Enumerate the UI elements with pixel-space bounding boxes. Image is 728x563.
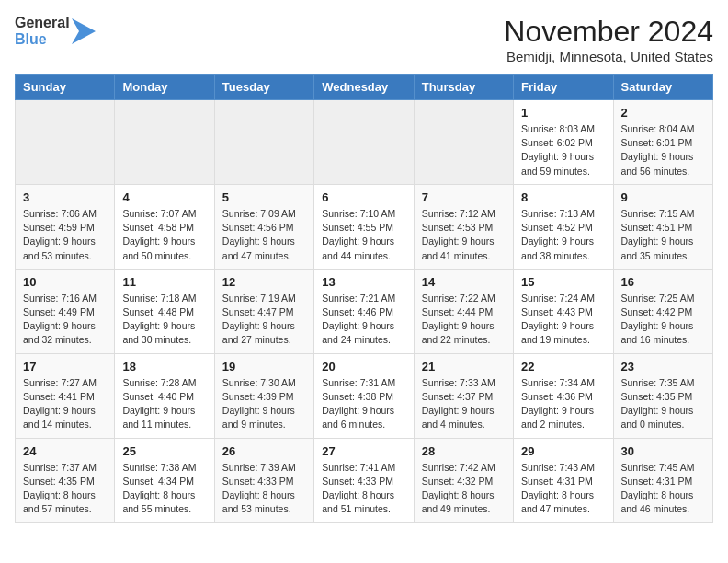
day-number: 7 (422, 190, 506, 204)
day-number: 24 (23, 444, 107, 458)
day-number: 21 (422, 360, 506, 373)
day-number: 17 (23, 360, 107, 373)
day-number: 8 (521, 190, 605, 204)
day-info: Sunrise: 7:45 AM Sunset: 4:31 PM Dayligh… (621, 461, 705, 517)
day-cell: 13Sunrise: 7:21 AM Sunset: 4:46 PM Dayli… (314, 269, 414, 353)
day-number: 19 (222, 360, 306, 373)
day-number: 23 (621, 360, 705, 373)
day-info: Sunrise: 7:37 AM Sunset: 4:35 PM Dayligh… (23, 461, 107, 517)
day-info: Sunrise: 7:34 AM Sunset: 4:36 PM Dayligh… (521, 376, 605, 432)
day-number: 28 (422, 444, 506, 458)
day-number: 15 (521, 275, 605, 289)
day-info: Sunrise: 7:19 AM Sunset: 4:47 PM Dayligh… (222, 292, 306, 348)
day-info: Sunrise: 7:27 AM Sunset: 4:41 PM Dayligh… (23, 376, 107, 432)
header-cell-saturday: Saturday (613, 75, 712, 100)
header-cell-tuesday: Tuesday (214, 75, 313, 100)
day-info: Sunrise: 7:09 AM Sunset: 4:56 PM Dayligh… (222, 207, 306, 263)
day-info: Sunrise: 7:07 AM Sunset: 4:58 PM Dayligh… (122, 207, 206, 263)
day-info: Sunrise: 7:24 AM Sunset: 4:43 PM Dayligh… (521, 292, 605, 348)
day-cell: 11Sunrise: 7:18 AM Sunset: 4:48 PM Dayli… (115, 269, 214, 353)
day-info: Sunrise: 7:12 AM Sunset: 4:53 PM Dayligh… (422, 207, 506, 263)
day-number: 3 (23, 190, 107, 204)
day-cell: 10Sunrise: 7:16 AM Sunset: 4:49 PM Dayli… (16, 269, 115, 353)
header-cell-monday: Monday (115, 75, 214, 100)
day-number: 30 (621, 444, 705, 458)
day-cell: 29Sunrise: 7:43 AM Sunset: 4:31 PM Dayli… (514, 438, 613, 523)
day-info: Sunrise: 7:10 AM Sunset: 4:55 PM Dayligh… (322, 207, 405, 263)
day-number: 16 (621, 275, 705, 289)
day-cell: 1Sunrise: 8:03 AM Sunset: 6:02 PM Daylig… (514, 100, 613, 185)
day-number: 13 (322, 275, 405, 289)
day-cell: 23Sunrise: 7:35 AM Sunset: 4:35 PM Dayli… (613, 353, 712, 438)
day-info: Sunrise: 7:42 AM Sunset: 4:32 PM Dayligh… (422, 461, 506, 517)
day-info: Sunrise: 7:16 AM Sunset: 4:49 PM Dayligh… (23, 292, 107, 348)
day-cell: 25Sunrise: 7:38 AM Sunset: 4:34 PM Dayli… (115, 438, 214, 523)
header-cell-wednesday: Wednesday (314, 75, 414, 100)
day-number: 11 (122, 275, 206, 289)
day-cell: 2Sunrise: 8:04 AM Sunset: 6:01 PM Daylig… (613, 100, 712, 185)
day-number: 18 (122, 360, 206, 373)
day-cell: 30Sunrise: 7:45 AM Sunset: 4:31 PM Dayli… (613, 438, 712, 523)
week-row-4: 17Sunrise: 7:27 AM Sunset: 4:41 PM Dayli… (16, 353, 713, 438)
day-number: 29 (521, 444, 605, 458)
day-cell: 15Sunrise: 7:24 AM Sunset: 4:43 PM Dayli… (514, 269, 613, 353)
logo: General Blue (15, 15, 96, 47)
week-row-2: 3Sunrise: 7:06 AM Sunset: 4:59 PM Daylig… (16, 184, 713, 269)
day-number: 5 (222, 190, 306, 204)
calendar-table: SundayMondayTuesdayWednesdayThursdayFrid… (15, 74, 713, 523)
day-number: 2 (621, 106, 705, 120)
day-number: 4 (122, 190, 206, 204)
day-cell: 20Sunrise: 7:31 AM Sunset: 4:38 PM Dayli… (314, 353, 414, 438)
day-number: 6 (322, 190, 405, 204)
location-title: Bemidji, Minnesota, United States (504, 49, 713, 64)
day-cell: 18Sunrise: 7:28 AM Sunset: 4:40 PM Dayli… (115, 353, 214, 438)
day-info: Sunrise: 7:22 AM Sunset: 4:44 PM Dayligh… (422, 292, 506, 348)
day-cell: 6Sunrise: 7:10 AM Sunset: 4:55 PM Daylig… (314, 184, 414, 269)
day-info: Sunrise: 7:25 AM Sunset: 4:42 PM Dayligh… (621, 292, 705, 348)
day-info: Sunrise: 7:30 AM Sunset: 4:39 PM Dayligh… (222, 376, 306, 432)
day-info: Sunrise: 7:13 AM Sunset: 4:52 PM Dayligh… (521, 207, 605, 263)
day-info: Sunrise: 7:33 AM Sunset: 4:37 PM Dayligh… (422, 376, 506, 432)
day-cell (414, 100, 513, 185)
header-cell-thursday: Thursday (414, 75, 513, 100)
day-info: Sunrise: 7:06 AM Sunset: 4:59 PM Dayligh… (23, 207, 107, 263)
day-number: 12 (222, 275, 306, 289)
svg-marker-0 (72, 18, 96, 44)
day-cell: 28Sunrise: 7:42 AM Sunset: 4:32 PM Dayli… (414, 438, 513, 523)
day-info: Sunrise: 8:03 AM Sunset: 6:02 PM Dayligh… (521, 122, 605, 178)
logo-general: General (15, 15, 70, 31)
day-cell: 7Sunrise: 7:12 AM Sunset: 4:53 PM Daylig… (414, 184, 513, 269)
day-cell: 16Sunrise: 7:25 AM Sunset: 4:42 PM Dayli… (613, 269, 712, 353)
page-header: General Blue November 2024 Bemidji, Minn… (15, 15, 713, 64)
logo-arrow-icon (72, 17, 96, 46)
header-cell-sunday: Sunday (16, 75, 115, 100)
logo-blue: Blue (15, 31, 70, 48)
day-info: Sunrise: 7:15 AM Sunset: 4:51 PM Dayligh… (621, 207, 705, 263)
day-cell: 26Sunrise: 7:39 AM Sunset: 4:33 PM Dayli… (214, 438, 313, 523)
week-row-5: 24Sunrise: 7:37 AM Sunset: 4:35 PM Dayli… (16, 438, 713, 523)
day-cell: 12Sunrise: 7:19 AM Sunset: 4:47 PM Dayli… (214, 269, 313, 353)
day-cell: 5Sunrise: 7:09 AM Sunset: 4:56 PM Daylig… (214, 184, 313, 269)
day-cell (214, 100, 313, 185)
day-cell: 4Sunrise: 7:07 AM Sunset: 4:58 PM Daylig… (115, 184, 214, 269)
day-number: 14 (422, 275, 506, 289)
day-cell (16, 100, 115, 185)
day-info: Sunrise: 7:21 AM Sunset: 4:46 PM Dayligh… (322, 292, 405, 348)
day-number: 20 (322, 360, 405, 373)
header-cell-friday: Friday (514, 75, 613, 100)
day-cell: 21Sunrise: 7:33 AM Sunset: 4:37 PM Dayli… (414, 353, 513, 438)
day-cell (314, 100, 414, 185)
day-cell: 14Sunrise: 7:22 AM Sunset: 4:44 PM Dayli… (414, 269, 513, 353)
day-cell: 24Sunrise: 7:37 AM Sunset: 4:35 PM Dayli… (16, 438, 115, 523)
day-number: 9 (621, 190, 705, 204)
day-cell: 9Sunrise: 7:15 AM Sunset: 4:51 PM Daylig… (613, 184, 712, 269)
day-number: 10 (23, 275, 107, 289)
day-number: 22 (521, 360, 605, 373)
day-cell: 3Sunrise: 7:06 AM Sunset: 4:59 PM Daylig… (16, 184, 115, 269)
day-cell: 19Sunrise: 7:30 AM Sunset: 4:39 PM Dayli… (214, 353, 313, 438)
month-title: November 2024 (504, 15, 713, 49)
day-number: 27 (322, 444, 405, 458)
day-info: Sunrise: 7:41 AM Sunset: 4:33 PM Dayligh… (322, 461, 405, 517)
day-number: 26 (222, 444, 306, 458)
day-info: Sunrise: 7:43 AM Sunset: 4:31 PM Dayligh… (521, 461, 605, 517)
